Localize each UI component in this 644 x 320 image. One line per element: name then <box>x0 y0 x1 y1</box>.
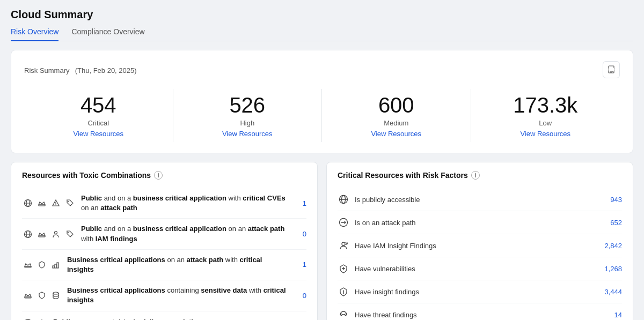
vulnerabilities-count: 1,268 <box>604 265 622 273</box>
toxic-combinations-info-icon[interactable]: i <box>154 171 163 180</box>
svg-point-41 <box>342 242 345 245</box>
insight-findings-count: 3,444 <box>604 288 622 296</box>
risk-summary-title-text: Risk Summary (Thu, Feb 20, 2025) <box>24 65 137 75</box>
combo-count-3: 1 <box>294 261 306 269</box>
combo-text-2: Public and on a business critical applic… <box>81 224 288 243</box>
svg-point-46 <box>341 314 342 316</box>
critical-value: 454 <box>24 93 173 117</box>
toxic-combinations-title: Resources with Toxic Combinations i <box>22 171 306 180</box>
threat-findings-icon <box>338 309 349 320</box>
risk-factor-vulnerabilities[interactable]: Have vulnerabilities 1,268 <box>338 257 622 280</box>
combo-icons-3 <box>22 259 62 271</box>
globe-icon-3 <box>22 317 34 321</box>
publicly-accessible-icon <box>338 194 349 205</box>
crown-icon-2 <box>36 228 48 240</box>
svg-rect-22 <box>57 263 58 268</box>
globe-icon-2 <box>22 228 34 240</box>
attack-path-count: 652 <box>610 219 622 227</box>
tab-risk-overview[interactable]: Risk Overview <box>11 27 58 41</box>
iam-count: 2,842 <box>604 242 622 250</box>
vulnerabilities-icon <box>338 263 349 274</box>
svg-rect-20 <box>53 266 54 268</box>
combo-text-5: Public resources at risk of privilege es… <box>53 317 288 320</box>
high-view-resources[interactable]: View Resources <box>222 130 273 138</box>
low-view-resources[interactable]: View Resources <box>520 130 570 138</box>
insight-findings-label: Have insight findings <box>355 288 599 296</box>
medium-label: Medium <box>322 119 471 127</box>
svg-point-18 <box>68 232 69 233</box>
cve-icon <box>50 197 62 209</box>
tabs-container: Risk Overview Compliance Overview <box>11 27 633 41</box>
crown-icon-4 <box>22 289 34 301</box>
combo-count-2: 0 <box>294 230 306 238</box>
svg-rect-16 <box>39 236 45 237</box>
chart-icon <box>50 259 62 271</box>
svg-point-11 <box>55 204 56 205</box>
combo-text-3: Business critical applications on an att… <box>67 255 288 274</box>
combo-icons-4 <box>22 289 62 301</box>
escalation-icon <box>36 317 48 321</box>
metric-low: 173.3k Low View Resources <box>471 89 620 142</box>
crown-icon <box>36 197 48 209</box>
risk-factor-iam[interactable]: Have IAM Insight Findings 2,842 <box>338 234 622 257</box>
combo-text-1: Public and on a business critical applic… <box>81 194 288 213</box>
threat-findings-label: Have threat findings <box>355 311 609 319</box>
attack-path-icon <box>338 217 349 228</box>
combo-row-1[interactable]: Public and on a business critical applic… <box>22 188 306 219</box>
combo-row-2[interactable]: Public and on a business critical applic… <box>22 219 306 249</box>
risk-factor-insight-findings[interactable]: Have insight findings 3,444 <box>338 280 622 303</box>
risk-factor-threat-findings[interactable]: Have threat findings 14 <box>338 303 622 320</box>
risk-factor-publicly-accessible[interactable]: Is publicly accessible 943 <box>338 188 622 211</box>
high-value: 526 <box>173 93 322 117</box>
combo-count-4: 0 <box>294 292 306 300</box>
svg-point-47 <box>345 314 347 316</box>
page-title: Cloud Summary <box>11 9 633 21</box>
combo-text-4: Business critical applications containin… <box>67 286 288 305</box>
svg-point-17 <box>55 231 57 234</box>
tab-compliance-overview[interactable]: Compliance Overview <box>71 27 144 41</box>
vulnerabilities-label: Have vulnerabilities <box>355 265 599 273</box>
metric-high: 526 High View Resources <box>173 89 323 142</box>
risk-factors-title: Critical Resources with Risk Factors i <box>338 171 622 180</box>
publicly-accessible-count: 943 <box>610 196 622 204</box>
printer-icon <box>607 65 616 74</box>
threat-findings-count: 14 <box>614 311 622 319</box>
svg-point-12 <box>68 201 69 202</box>
bottom-row: Resources with Toxic Combinations i <box>11 162 633 320</box>
shield-icon <box>36 259 48 271</box>
iam-icon <box>338 240 349 251</box>
combo-icons-5 <box>22 317 48 321</box>
print-button[interactable] <box>603 61 620 78</box>
risk-summary-title: Risk Summary (Thu, Feb 20, 2025) <box>24 65 137 75</box>
risk-factor-attack-path[interactable]: Is on an attack path 652 <box>338 211 622 234</box>
shield-icon-2 <box>36 289 48 301</box>
combo-row-3[interactable]: Business critical applications on an att… <box>22 250 306 280</box>
combo-row-4[interactable]: Business critical applications containin… <box>22 280 306 311</box>
combo-icons-1 <box>22 197 76 209</box>
person-icon <box>50 228 62 240</box>
attack-path-label: Is on an attack path <box>355 219 605 227</box>
iam-label: Have IAM Insight Findings <box>355 242 599 250</box>
svg-rect-19 <box>25 266 31 267</box>
svg-point-45 <box>343 293 344 294</box>
medium-value: 600 <box>322 93 471 117</box>
critical-view-resources[interactable]: View Resources <box>73 130 123 138</box>
toxic-combinations-panel: Resources with Toxic Combinations i <box>11 162 318 320</box>
low-value: 173.3k <box>471 93 620 117</box>
risk-factors-info-icon[interactable]: i <box>471 171 480 180</box>
metrics-row: 454 Critical View Resources 526 High Vie… <box>24 89 620 142</box>
metric-critical: 454 Critical View Resources <box>24 89 173 142</box>
svg-point-24 <box>53 292 58 294</box>
medium-view-resources[interactable]: View Resources <box>371 130 421 138</box>
high-label: High <box>173 119 322 127</box>
svg-rect-21 <box>55 264 56 268</box>
risk-factors-panel: Critical Resources with Risk Factors i I… <box>326 162 633 320</box>
tag-icon-2 <box>64 228 76 240</box>
globe-icon <box>22 197 34 209</box>
combo-count-1: 1 <box>294 199 306 207</box>
combo-row-5[interactable]: Public resources at risk of privilege es… <box>22 311 306 321</box>
insight-findings-icon <box>338 286 349 297</box>
svg-rect-23 <box>25 297 31 298</box>
tag-icon <box>64 197 76 209</box>
svg-rect-8 <box>39 205 45 206</box>
